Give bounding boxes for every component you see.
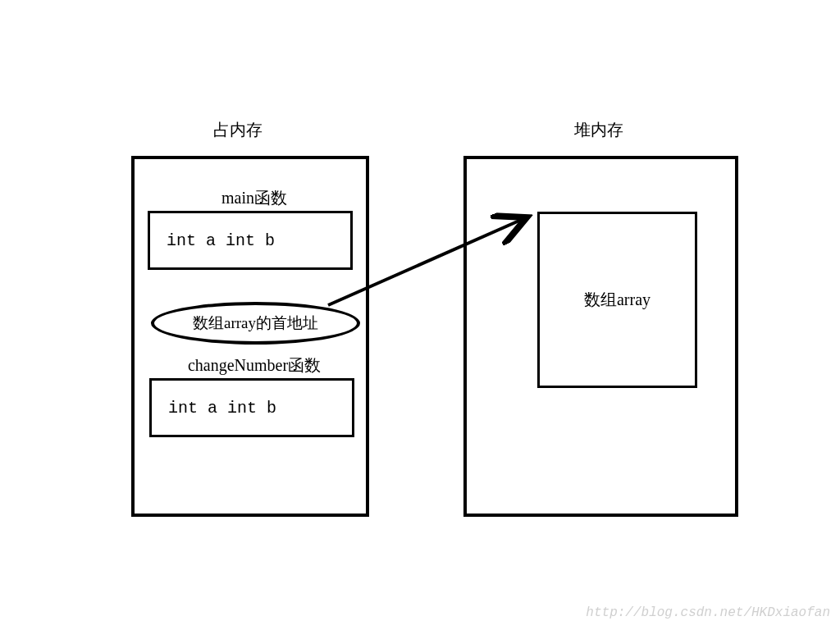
watermark-text: http://blog.csdn.net/HKDxiaofan	[586, 605, 830, 620]
main-vars-box: int a int b	[148, 211, 353, 270]
array-pointer-ellipse: 数组array的首地址	[151, 302, 360, 345]
heap-memory-title: 堆内存	[558, 119, 640, 141]
main-vars-text: int a int b	[167, 231, 275, 250]
stack-memory-title: 占内存	[197, 119, 279, 141]
heap-array-label: 数组array	[584, 289, 651, 311]
change-vars-box: int a int b	[149, 378, 354, 437]
change-vars-text: int a int b	[168, 399, 276, 418]
main-function-label: main函数	[205, 187, 304, 209]
heap-array-box: 数组array	[537, 212, 697, 388]
change-function-label: changeNumber函数	[168, 354, 340, 377]
array-pointer-text: 数组array的首地址	[193, 313, 318, 334]
